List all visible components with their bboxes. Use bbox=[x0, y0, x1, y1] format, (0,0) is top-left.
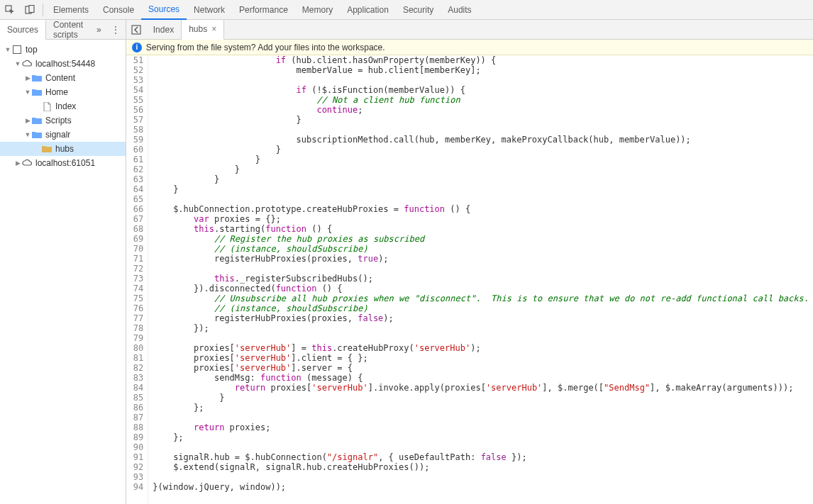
chevron-right-icon[interactable]: ▶ bbox=[24, 117, 31, 124]
code-content[interactable]: if (hub.client.hasOwnProperty(memberKey)… bbox=[148, 55, 813, 504]
tree-item-top[interactable]: ▼top bbox=[0, 43, 126, 57]
svg-rect-4 bbox=[132, 26, 140, 34]
inspect-icon[interactable] bbox=[0, 0, 20, 20]
tree-label: signalr bbox=[45, 130, 70, 140]
folder-icon bbox=[31, 116, 43, 125]
cloud-icon bbox=[21, 158, 33, 168]
navigator-menu-icon[interactable]: ⋮ bbox=[106, 25, 126, 35]
show-navigator-icon[interactable] bbox=[126, 20, 146, 40]
tab-memory[interactable]: Memory bbox=[295, 0, 340, 20]
code-editor[interactable]: 5152535455565758596061626364656667686970… bbox=[126, 55, 813, 504]
tree-item-scripts[interactable]: ▶Scripts bbox=[0, 113, 126, 128]
navigator-panel: SourcesContent scripts » ⋮ ▼top▼localhos… bbox=[0, 20, 126, 504]
tree-label: Content bbox=[45, 73, 75, 83]
file-tabs: Indexhubs× bbox=[126, 20, 813, 40]
tab-application[interactable]: Application bbox=[340, 0, 396, 20]
tab-audits[interactable]: Audits bbox=[441, 0, 478, 20]
tree-item-index[interactable]: Index bbox=[0, 99, 126, 113]
navigator-tab-sources[interactable]: Sources bbox=[0, 20, 46, 40]
device-toggle-icon[interactable] bbox=[20, 0, 40, 20]
svg-rect-3 bbox=[13, 46, 21, 54]
more-tabs-icon[interactable]: » bbox=[92, 25, 106, 35]
tree-label: hubs bbox=[55, 144, 74, 154]
tab-sources[interactable]: Sources bbox=[141, 0, 187, 20]
file-tab-label: hubs bbox=[189, 24, 207, 34]
tab-network[interactable]: Network bbox=[187, 0, 232, 20]
toolbar-divider bbox=[43, 4, 43, 16]
cloud-icon bbox=[21, 59, 33, 69]
tab-performance[interactable]: Performance bbox=[232, 0, 295, 20]
tree-label: Index bbox=[55, 101, 76, 111]
tree-item-localhost-61051[interactable]: ▶localhost:61051 bbox=[0, 156, 126, 170]
tree-label: top bbox=[26, 45, 38, 55]
tree-label: Scripts bbox=[45, 116, 72, 125]
navigator-tab-content-scripts[interactable]: Content scripts bbox=[46, 20, 92, 40]
editor-panel: Indexhubs× i Serving from the file syste… bbox=[126, 20, 813, 504]
chevron-right-icon[interactable]: ▶ bbox=[24, 74, 31, 82]
tree-label: localhost:61051 bbox=[35, 158, 95, 168]
tree-item-signalr[interactable]: ▼signalr bbox=[0, 128, 126, 142]
chevron-right-icon[interactable]: ▶ bbox=[14, 159, 21, 167]
tree-item-home[interactable]: ▼Home bbox=[0, 85, 126, 99]
chevron-down-icon[interactable]: ▼ bbox=[24, 89, 31, 96]
frame-icon bbox=[11, 45, 23, 55]
chevron-down-icon[interactable]: ▼ bbox=[4, 46, 11, 53]
folder-icon bbox=[31, 87, 43, 97]
info-icon: i bbox=[132, 43, 142, 52]
folder-icon bbox=[31, 130, 43, 140]
tree-item-localhost-54448[interactable]: ▼localhost:54448 bbox=[0, 57, 126, 71]
file-tab-hubs[interactable]: hubs× bbox=[182, 20, 224, 40]
tab-elements[interactable]: Elements bbox=[46, 0, 96, 20]
file-tab-index[interactable]: Index bbox=[146, 20, 182, 40]
file-icon bbox=[41, 101, 52, 111]
file-tree: ▼top▼localhost:54448▶Content▼HomeIndex▶S… bbox=[0, 40, 126, 504]
line-gutter: 5152535455565758596061626364656667686970… bbox=[126, 55, 148, 504]
svg-rect-2 bbox=[29, 5, 34, 12]
folder-icon bbox=[31, 73, 43, 83]
tree-item-hubs[interactable]: hubs bbox=[0, 142, 126, 156]
close-icon[interactable]: × bbox=[211, 24, 216, 34]
tree-item-content[interactable]: ▶Content bbox=[0, 71, 126, 85]
chevron-down-icon[interactable]: ▼ bbox=[24, 131, 31, 138]
tab-security[interactable]: Security bbox=[396, 0, 441, 20]
tree-label: Home bbox=[45, 87, 68, 97]
navigator-tabs: SourcesContent scripts » ⋮ bbox=[0, 20, 126, 40]
workspace-infobar: i Serving from the file system? Add your… bbox=[126, 40, 813, 55]
chevron-down-icon[interactable]: ▼ bbox=[14, 60, 21, 67]
devtools-tabs: ElementsConsoleSourcesNetworkPerformance… bbox=[46, 0, 479, 20]
folder-y-icon bbox=[41, 144, 52, 154]
devtools-toolbar: ElementsConsoleSourcesNetworkPerformance… bbox=[0, 0, 813, 20]
tree-label: localhost:54448 bbox=[35, 59, 95, 69]
tab-console[interactable]: Console bbox=[96, 0, 141, 20]
infobar-text: Serving from the file system? Add your f… bbox=[146, 43, 385, 52]
file-tab-label: Index bbox=[153, 25, 174, 35]
